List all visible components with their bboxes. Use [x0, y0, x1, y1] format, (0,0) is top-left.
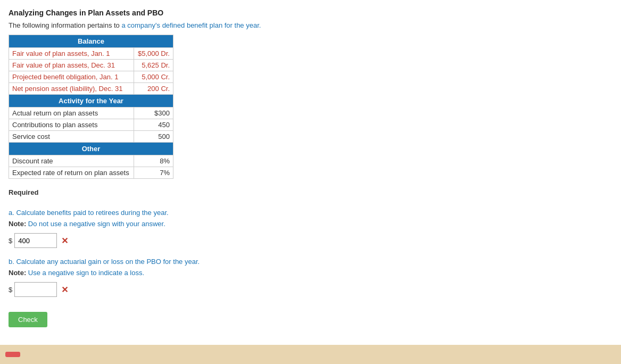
page-title: Analyzing Changes in Plan Assets and PBO: [9, 9, 612, 17]
question-a-text: a. Calculate benefits paid to retirees d…: [9, 209, 612, 217]
activity-value-3: 500: [134, 131, 173, 143]
table-row: Projected benefit obligation, Jan. 1 5,0…: [9, 71, 173, 83]
answer-b-row: $ ✕: [9, 282, 612, 297]
check-button[interactable]: Check: [9, 312, 47, 327]
table-row: Discount rate 8%: [9, 155, 173, 167]
balance-value-4: 200 Cr.: [134, 83, 173, 95]
other-value-2: 7%: [134, 167, 173, 179]
data-table: Balance Fair value of plan assets, Jan. …: [9, 35, 173, 179]
activity-header-row: Activity for the Year: [9, 95, 173, 107]
table-row: Service cost 500: [9, 131, 173, 143]
note-b-bold: Note:: [9, 269, 26, 277]
dollar-sign-a: $: [9, 237, 12, 245]
balance-label-4: Net pension asset (liability), Dec. 31: [9, 83, 134, 95]
other-header-row: Other: [9, 143, 173, 155]
note-b-content: Use a negative sign to indicate a loss.: [28, 269, 144, 277]
activity-label-1: Actual return on plan assets: [9, 107, 134, 119]
answer-a-row: $ ✕: [9, 233, 612, 248]
clear-b-icon[interactable]: ✕: [61, 285, 68, 295]
table-row: Contributions to plan assets 450: [9, 119, 173, 131]
balance-label-2: Fair value of plan assets, Dec. 31: [9, 60, 134, 71]
intro-text: The following information pertains to a …: [9, 21, 612, 29]
question-b-text: b. Calculate any actuarial gain or loss …: [9, 258, 612, 266]
balance-label-1: Fair value of plan assets, Jan. 1: [9, 48, 134, 60]
note-a-bold: Note:: [9, 220, 26, 228]
answer-b-input[interactable]: [14, 282, 57, 297]
note-a-content: Do not use a negative sign with your ans…: [28, 220, 165, 228]
table-row: Net pension asset (liability), Dec. 31 2…: [9, 83, 173, 95]
other-label-1: Discount rate: [9, 155, 134, 167]
balance-value-1: $5,000 Dr.: [134, 48, 173, 60]
note-b-text: Note: Use a negative sign to indicate a …: [9, 269, 612, 277]
table-row: Fair value of plan assets, Jan. 1 $5,000…: [9, 48, 173, 60]
note-a-text: Note: Do not use a negative sign with yo…: [9, 220, 612, 228]
clear-a-icon[interactable]: ✕: [61, 236, 68, 246]
table-row: Actual return on plan assets $300: [9, 107, 173, 119]
balance-value-3: 5,000 Cr.: [134, 71, 173, 83]
other-label-2: Expected rate of return on plan assets: [9, 167, 134, 179]
other-value-1: 8%: [134, 155, 173, 167]
balance-value-2: 5,625 Dr.: [134, 60, 173, 71]
required-label: Required: [9, 188, 612, 196]
activity-value-1: $300: [134, 107, 173, 119]
balance-header-row: Balance: [9, 35, 173, 48]
activity-header: Activity for the Year: [9, 95, 173, 107]
other-header: Other: [9, 143, 173, 155]
table-row: Fair value of plan assets, Dec. 31 5,625…: [9, 60, 173, 71]
answer-a-input[interactable]: [14, 233, 57, 248]
balance-label-3: Projected benefit obligation, Jan. 1: [9, 71, 134, 83]
table-row: Expected rate of return on plan assets 7…: [9, 167, 173, 179]
activity-label-3: Service cost: [9, 131, 134, 143]
activity-value-2: 450: [134, 119, 173, 131]
balance-header: Balance: [9, 35, 173, 48]
dollar-sign-b: $: [9, 286, 12, 294]
activity-label-2: Contributions to plan assets: [9, 119, 134, 131]
